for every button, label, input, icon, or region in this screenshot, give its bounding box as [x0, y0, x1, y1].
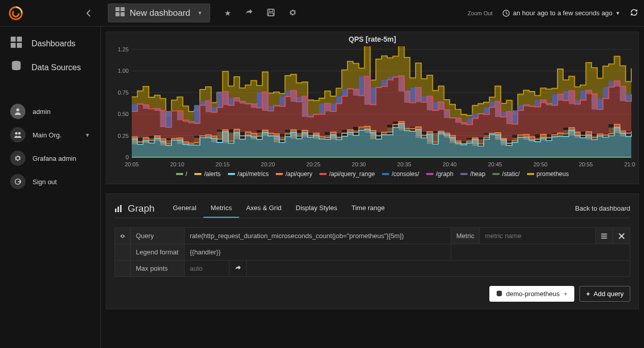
svg-rect-4 — [121, 12, 125, 16]
svg-rect-46 — [601, 236, 607, 237]
sidebar-item-label: Dashboards — [32, 39, 75, 48]
menu-button[interactable] — [595, 228, 612, 244]
sidebar-admin-label: Grafana admin — [33, 155, 76, 162]
users-icon — [10, 127, 25, 142]
svg-point-15 — [15, 132, 18, 135]
legend-item[interactable]: /api/metrics — [228, 170, 269, 178]
sidebar-collapse-button[interactable] — [78, 3, 99, 23]
main-content: QPS [rate-5m] 00.250.500.751.001.2520:05… — [101, 26, 644, 348]
sidebar-admin[interactable]: Grafana admin — [0, 147, 100, 170]
legend-item[interactable]: /consoles/ — [382, 170, 419, 178]
star-icon[interactable]: ★ — [224, 9, 231, 18]
chart-legend: //alerts/api/metrics/api/query/api/query… — [111, 168, 633, 180]
chart-area[interactable]: 00.250.500.751.001.2520:0520:1020:1520:2… — [111, 46, 635, 168]
editor-tab-general[interactable]: General — [166, 199, 203, 218]
editor-tab-metrics[interactable]: Metrics — [203, 199, 239, 218]
query-label: Query — [130, 228, 184, 244]
signout-icon — [10, 174, 25, 189]
spacer-cell — [115, 244, 130, 260]
gear-icon — [10, 151, 25, 166]
clock-icon — [503, 10, 510, 17]
svg-text:20:10: 20:10 — [170, 161, 185, 167]
legend-item[interactable]: /api/query_range — [319, 170, 375, 178]
legend-item[interactable]: /alerts — [194, 170, 221, 178]
svg-rect-42 — [115, 209, 116, 212]
svg-text:20:15: 20:15 — [216, 161, 230, 167]
svg-text:0: 0 — [126, 154, 129, 160]
grid-icon — [10, 37, 22, 50]
chevron-down-icon: ▼ — [197, 10, 202, 16]
svg-text:20:35: 20:35 — [397, 161, 412, 167]
metric-label: Metric — [451, 228, 479, 244]
gear-icon[interactable] — [289, 9, 297, 18]
sidebar-user-label: admin — [33, 108, 50, 115]
svg-text:0.50: 0.50 — [118, 111, 129, 117]
svg-rect-7 — [269, 13, 273, 16]
svg-rect-47 — [601, 238, 607, 239]
legend-item[interactable]: /static/ — [492, 170, 520, 178]
editor-tab-display-styles[interactable]: Display Styles — [288, 199, 344, 218]
svg-rect-6 — [269, 9, 273, 11]
editor-title: Graph — [114, 200, 155, 217]
refresh-button[interactable] — [630, 9, 638, 18]
toggle-visibility-button[interactable] — [115, 228, 130, 244]
svg-text:0.25: 0.25 — [118, 133, 129, 139]
sidebar-signout[interactable]: Sign out — [0, 170, 100, 193]
sidebar-item-dashboards[interactable]: Dashboards — [0, 32, 100, 55]
query-editor-table: Query rate(http_request_duration_microse… — [114, 227, 630, 277]
plus-icon: + — [586, 290, 590, 298]
svg-rect-44 — [120, 205, 122, 212]
editor-tab-time-range[interactable]: Time range — [344, 199, 392, 218]
panel-editor: Graph GeneralMetricsAxes & GridDisplay S… — [106, 193, 639, 309]
svg-text:20:30: 20:30 — [352, 161, 366, 167]
legend-item[interactable]: /api/query — [276, 170, 312, 178]
link-button[interactable] — [229, 260, 246, 276]
editor-tab-axes-grid[interactable]: Axes & Grid — [239, 199, 288, 218]
barchart-icon — [114, 205, 123, 213]
topbar: New dashboard ▼ ★ Zoom Out an hour ago t… — [0, 0, 644, 26]
back-to-dashboard-link[interactable]: Back to dashboard — [575, 205, 630, 212]
add-query-button[interactable]: + Add query — [579, 286, 630, 302]
legend-item[interactable]: /heap — [460, 170, 485, 178]
svg-text:1.00: 1.00 — [118, 68, 129, 74]
grid-icon — [115, 7, 125, 19]
legend-item[interactable]: / — [176, 170, 187, 178]
svg-rect-11 — [11, 43, 16, 48]
sidebar-item-label: Data Sources — [32, 63, 81, 72]
sidebar: Dashboards Data Sources admin Main Org. … — [0, 26, 101, 348]
svg-text:20:25: 20:25 — [306, 161, 320, 167]
share-icon[interactable] — [245, 9, 253, 18]
graph-panel: QPS [rate-5m] 00.250.500.751.001.2520:05… — [106, 32, 639, 184]
svg-rect-2 — [121, 7, 125, 11]
sidebar-user[interactable]: admin — [0, 100, 100, 123]
svg-text:20:05: 20:05 — [125, 161, 139, 167]
sidebar-signout-label: Sign out — [33, 178, 57, 186]
datasource-picker[interactable]: demo-prometheus ▼ — [489, 286, 574, 302]
sidebar-item-datasources[interactable]: Data Sources — [0, 55, 100, 79]
zoom-out-button[interactable]: Zoom Out — [467, 10, 492, 16]
svg-text:20:45: 20:45 — [488, 161, 502, 167]
query-input[interactable]: rate(http_request_duration_microseconds_… — [184, 228, 451, 244]
time-range-picker[interactable]: an hour ago to a few seconds ago ▼ — [503, 9, 620, 17]
chevron-down-icon: ▼ — [616, 11, 620, 16]
sidebar-org[interactable]: Main Org. ▼ — [0, 123, 100, 147]
dashboard-name: New dashboard — [130, 8, 190, 18]
legend-item[interactable]: /graph — [426, 170, 453, 178]
chevron-down-icon: ▼ — [85, 132, 90, 138]
svg-rect-43 — [118, 207, 119, 212]
editor-tabs: GeneralMetricsAxes & GridDisplay StylesT… — [166, 199, 392, 218]
maxpoints-input[interactable]: auto — [184, 260, 229, 276]
svg-rect-12 — [17, 43, 22, 48]
svg-rect-1 — [115, 7, 120, 11]
metric-input[interactable]: metric name — [479, 228, 554, 244]
grafana-logo[interactable] — [6, 4, 25, 23]
save-icon[interactable] — [267, 9, 275, 18]
dashboard-picker[interactable]: New dashboard ▼ — [108, 4, 210, 22]
svg-rect-3 — [115, 12, 120, 16]
legend-item[interactable]: prometheus — [527, 170, 569, 178]
legend-format-input[interactable]: {{handler}} — [184, 244, 451, 260]
remove-query-button[interactable] — [612, 228, 630, 244]
svg-text:20:20: 20:20 — [261, 161, 275, 167]
svg-rect-9 — [11, 37, 16, 42]
svg-rect-45 — [601, 234, 607, 235]
